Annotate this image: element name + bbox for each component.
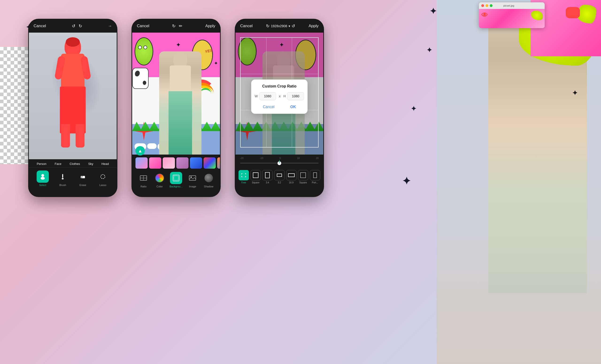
free-svg: [241, 172, 247, 178]
swatch-5[interactable]: [190, 157, 202, 169]
undo-icon[interactable]: ↺: [72, 23, 75, 29]
window-titlebar: picset.jpg: [479, 2, 545, 9]
crop-ok-button[interactable]: OK: [285, 104, 300, 110]
phone2-redo-icon[interactable]: ↻: [172, 23, 176, 29]
cow-spot-2: [143, 81, 146, 85]
phone-1-next[interactable]: →: [108, 24, 112, 28]
swatch-3[interactable]: [163, 157, 175, 169]
right-decoration-area: ✦ ✦: [437, 0, 601, 364]
swatch-4[interactable]: [176, 157, 189, 169]
tool-brush[interactable]: Brush: [57, 171, 69, 186]
phone-3-inner: Cancel ↻ 1928x2908 ▾ ↺ Apply: [235, 19, 323, 196]
phone-2-apply[interactable]: Apply: [205, 24, 215, 28]
shadow-icon: [203, 172, 215, 184]
erase-svg: [80, 173, 86, 180]
phone-3-cancel[interactable]: Cancel: [240, 24, 253, 28]
svg-rect-2: [62, 174, 63, 178]
rect-32: [277, 173, 282, 177]
star-art-2: ✦: [214, 61, 218, 66]
rect-port: [313, 172, 317, 178]
phone3-redo-icon[interactable]: ↻: [266, 23, 270, 29]
window-minimize-button[interactable]: [485, 4, 488, 7]
svg-rect-12: [174, 176, 178, 180]
phone2-tool-ratio[interactable]: Ratio: [137, 172, 150, 188]
ratio-32[interactable]: 3:2: [274, 170, 285, 184]
ratio-free[interactable]: Free: [239, 170, 249, 184]
window-close-button[interactable]: [481, 4, 484, 7]
crop-dialog-title: Custom Crop Ratio: [255, 84, 304, 88]
phone2-color-label: Color: [157, 185, 163, 188]
crop-w-input[interactable]: [259, 92, 276, 100]
segment-clothes[interactable]: Clothes: [70, 162, 80, 166]
shadow-circle: [204, 174, 213, 182]
phone-2-topbar-icons: ↻ ✏: [172, 23, 182, 29]
slider-track[interactable]: [240, 163, 319, 163]
crop-dialog: Custom Crop Ratio W x H: [251, 79, 308, 114]
phone3-refresh-icon[interactable]: ↺: [291, 23, 295, 29]
svg-rect-4: [81, 176, 85, 178]
art-container: YES: [132, 33, 220, 154]
image-icon: [186, 172, 199, 184]
crop-w-label: W: [255, 94, 258, 98]
up-arrow-button[interactable]: ▲: [135, 146, 145, 155]
ratio-169-label: 16:9: [289, 181, 293, 184]
segment-head[interactable]: Head: [101, 162, 109, 166]
lasso-svg: [100, 173, 106, 180]
ratio-32-label: 3:2: [278, 181, 281, 184]
swatch-7[interactable]: [217, 157, 220, 169]
phone-2-cancel[interactable]: Cancel: [137, 24, 149, 28]
window-maximize-button[interactable]: [490, 4, 492, 7]
ratio-169[interactable]: 16:9: [286, 170, 297, 184]
crop-inputs-row: W x H: [255, 92, 304, 100]
phone2-tool-color[interactable]: Color: [153, 172, 166, 188]
phone-1-inner: Cancel ↺ ↻ →: [29, 19, 117, 196]
erase-icon: [77, 171, 89, 183]
crop-cancel-button[interactable]: Cancel: [258, 104, 279, 110]
redo-icon[interactable]: ↻: [79, 23, 82, 29]
swatch-6[interactable]: [203, 157, 216, 169]
tool-lasso[interactable]: Lasso: [97, 171, 109, 186]
art-face: [566, 7, 580, 18]
checkerboard-decoration: [0, 47, 28, 164]
swatch-1[interactable]: [135, 157, 148, 169]
star-decoration-tr: ✦: [430, 7, 437, 16]
ratio-34[interactable]: 3:4: [262, 170, 272, 184]
person-cutout: [52, 37, 94, 150]
segment-sky[interactable]: Sky: [88, 162, 93, 166]
phone2-eraser-icon[interactable]: ✏: [179, 23, 182, 29]
phone-1-topbar: Cancel ↺ ↻ →: [29, 19, 117, 33]
segment-face[interactable]: Face: [55, 162, 61, 166]
ratio-portrait[interactable]: Port...: [310, 170, 320, 184]
swatch-2[interactable]: [149, 157, 161, 169]
phone-3-topbar-center: ↻ 1928x2908 ▾ ↺: [266, 23, 295, 29]
phone3-dropdown-icon[interactable]: ▾: [289, 24, 290, 28]
star-decoration-tr2: ✦: [427, 47, 432, 53]
svg-point-6: [101, 174, 105, 179]
phone2-shadow-label: Shadow: [204, 185, 213, 188]
phone-1-bottom-toolbar: Person Face Clothes Sky Head: [29, 159, 117, 196]
phone-3-apply[interactable]: Apply: [309, 24, 319, 28]
brush-label: Brush: [60, 184, 66, 186]
segment-person[interactable]: Person: [37, 162, 47, 166]
person2-pants: [169, 91, 192, 154]
phone-2-inner: Cancel ↻ ✏ Apply: [132, 19, 220, 196]
person2-body: [170, 66, 191, 94]
ratio-square[interactable]: Square: [250, 170, 261, 184]
rect-169: [288, 173, 295, 177]
ratio-square2[interactable]: Square: [298, 170, 308, 184]
phone3-resolution[interactable]: 1928x2908: [271, 24, 287, 28]
color-swatches-row: [132, 154, 220, 170]
phone2-tool-image[interactable]: Image: [186, 172, 199, 188]
tool-select[interactable]: Select: [37, 171, 49, 186]
window-title: picset.jpg: [503, 4, 514, 7]
phone-3-bottom: Free Square: [235, 167, 323, 196]
erase-label: Erase: [79, 184, 86, 186]
creature-eye-l: [138, 46, 142, 49]
phone2-tool-background[interactable]: Backgrou...: [170, 172, 183, 188]
phone-1-cancel[interactable]: Cancel: [34, 24, 46, 28]
crop-h-input[interactable]: [287, 92, 304, 100]
window-face: 👁: [481, 11, 488, 19]
phone2-tool-shadow[interactable]: Shadow: [203, 172, 215, 188]
phone2-image-label: Image: [189, 185, 196, 188]
tool-erase[interactable]: Erase: [77, 171, 89, 186]
